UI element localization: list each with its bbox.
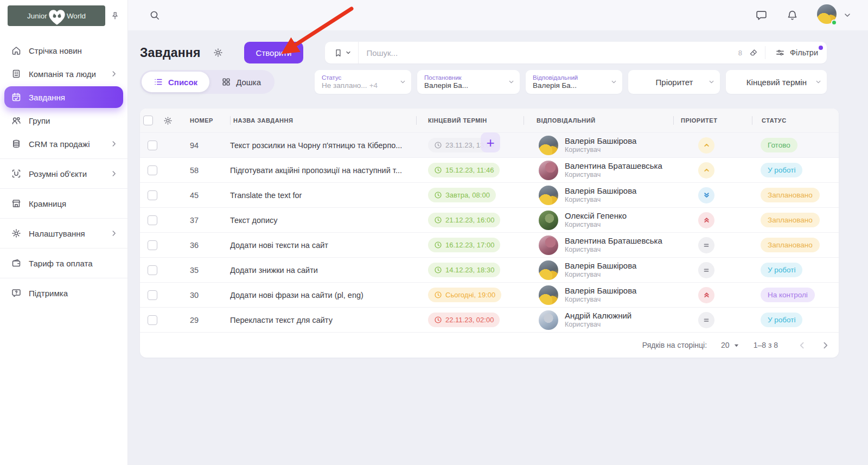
filter-priority[interactable]: Пріоритет [628, 70, 720, 94]
toolbar-row: Список Дошка СтатусНе заплано...+4Постан… [140, 70, 839, 94]
next-page-button[interactable] [821, 341, 830, 350]
deadline-chip[interactable]: 21.12.23, 16:00 [428, 213, 500, 227]
task-title[interactable]: Додати нові фрази на сайти (pl, eng) [230, 291, 416, 300]
row-checkbox[interactable] [148, 290, 157, 300]
brand-logo[interactable]: Junior World [8, 5, 105, 26]
assignee-avatar [539, 285, 558, 305]
sidebar-item-label: Крамниця [29, 199, 66, 208]
user-avatar[interactable] [817, 4, 837, 26]
deadline-chip[interactable]: Завтра, 08:00 [428, 188, 496, 202]
status-badge[interactable]: Готово [761, 138, 797, 152]
row-checkbox[interactable] [148, 240, 157, 250]
sidebar-item-support[interactable]: Підтримка [4, 282, 123, 304]
table-row[interactable]: 37Текст допису21.12.23, 16:00Олексій Геп… [140, 207, 839, 232]
priority-equal-icon[interactable] [698, 312, 714, 328]
column-header-title[interactable]: НАЗВА ЗАВДАННЯ [230, 117, 416, 124]
row-checkbox[interactable] [148, 141, 157, 150]
tab-list[interactable]: Список [142, 72, 209, 92]
sidebar-item-tasks[interactable]: Завдання [4, 86, 123, 108]
row-checkbox[interactable] [148, 265, 157, 275]
chevron-right-icon [110, 70, 118, 78]
deadline-chip[interactable]: 16.12.23, 17:00 [428, 238, 500, 252]
task-title[interactable]: Текст допису [230, 216, 416, 225]
task-title[interactable]: Перекласти текст для сайту [230, 316, 416, 324]
table-row[interactable]: 29Перекласти текст для сайту22.11.23, 02… [140, 307, 839, 332]
priority-double-up-icon[interactable] [698, 212, 714, 228]
status-badge[interactable]: У роботі [761, 313, 802, 327]
sidebar-item-company-people[interactable]: Компанія та люди [4, 63, 123, 85]
priority-up-icon[interactable] [698, 137, 714, 154]
deadline-chip[interactable]: 22.11.23, 02:00 [428, 313, 500, 327]
pin-icon[interactable] [110, 11, 120, 21]
deadline-text: 16.12.23, 17:00 [445, 241, 494, 249]
priority-equal-icon[interactable] [698, 237, 714, 253]
column-header-status[interactable]: СТАТУС [752, 117, 839, 124]
priority-double-up-icon[interactable] [698, 287, 714, 303]
task-title[interactable]: Додати знижки на сайти [230, 266, 416, 275]
task-title[interactable]: Translate the text for [230, 191, 416, 200]
column-header-number[interactable]: НОМЕР [187, 117, 230, 124]
deadline-chip[interactable]: Сьогодні, 19:00 [428, 288, 501, 302]
sidebar-item-settings[interactable]: Налаштування [4, 222, 123, 244]
sidebar-item-crm-sales[interactable]: CRM та продажі [4, 133, 123, 155]
priority-double-down-icon[interactable] [698, 187, 714, 203]
deadline-chip[interactable]: 15.12.23, 11:46 [428, 163, 500, 177]
sidebar-item-news-feed[interactable]: Стрічка новин [4, 40, 123, 61]
task-title[interactable]: Додати нові тексти на сайт [230, 241, 416, 250]
column-header-deadline[interactable]: КІНЦЕВИЙ ТЕРМІН [416, 117, 524, 124]
column-header-priority[interactable]: ПРІОРИТЕТ [673, 117, 752, 124]
sidebar-item-label: Розумні об'єкти [29, 169, 87, 179]
row-checkbox[interactable] [148, 165, 157, 175]
sidebar-item-shop[interactable]: Крамниця [4, 193, 123, 214]
table-row[interactable]: 35Додати знижки на сайти14.12.23, 18:30В… [140, 257, 839, 282]
status-badge[interactable]: Заплановано [761, 213, 820, 227]
table-row[interactable]: 30Додати нові фрази на сайти (pl, eng)Сь… [140, 282, 839, 307]
table-row[interactable]: 36Додати нові тексти на сайт16.12.23, 17… [140, 232, 839, 257]
sidebar-item-billing[interactable]: Тариф та оплата [4, 252, 123, 274]
task-title[interactable]: Підготувати акційні пропозиції на наступ… [230, 166, 416, 175]
status-badge[interactable]: У роботі [761, 263, 802, 277]
deadline-chip[interactable]: 14.12.23, 18:30 [428, 263, 500, 277]
filter-status[interactable]: СтатусНе заплано...+4 [315, 70, 411, 94]
status-badge[interactable]: У роботі [761, 163, 802, 177]
quick-add-button[interactable]: + [481, 132, 500, 152]
gear-icon[interactable] [213, 47, 224, 58]
saved-search-dropdown[interactable] [325, 42, 359, 63]
priority-up-icon[interactable] [698, 162, 714, 179]
sidebar-item-smart-objects[interactable]: Розумні об'єкти [4, 163, 123, 184]
column-header-responsible[interactable]: ВІДПОВІДАЛЬНИЙ [524, 117, 673, 124]
filter-deadline[interactable]: Кінцевий термін [726, 70, 827, 94]
table-settings-gear-icon[interactable] [163, 116, 173, 126]
search-icon[interactable] [149, 9, 161, 21]
help-chat-icon [11, 288, 22, 298]
task-title[interactable]: Текст розсилки на Чорну п'ятницю та Кібе… [230, 141, 416, 150]
status-badge[interactable]: Заплановано [761, 188, 820, 202]
select-all-checkbox[interactable] [143, 116, 153, 125]
row-checkbox[interactable] [148, 190, 157, 200]
row-checkbox[interactable] [148, 315, 157, 325]
status-badge[interactable]: Заплановано [761, 238, 820, 252]
table-row[interactable]: 58Підготувати акційні пропозиції на наст… [140, 157, 839, 182]
bell-icon[interactable] [786, 9, 799, 22]
status-badge[interactable]: На контролі [761, 288, 815, 302]
online-status-dot [831, 20, 837, 26]
pagination: Рядків на сторінці: 20 1–8 з 8 [140, 332, 839, 358]
rows-per-page-select[interactable]: 20 [721, 341, 739, 349]
prev-page-button[interactable] [797, 341, 807, 350]
tab-board[interactable]: Дошка [209, 72, 273, 92]
create-button[interactable]: Створити [244, 42, 304, 63]
gear-icon [11, 228, 22, 239]
task-number: 29 [187, 316, 230, 324]
priority-equal-icon[interactable] [698, 262, 714, 278]
table-row[interactable]: 45Translate the text forЗавтра, 08:00Вал… [140, 182, 839, 207]
sidebar-item-groups[interactable]: Групи [4, 110, 123, 131]
eraser-icon[interactable] [749, 48, 758, 58]
chevron-right-icon [110, 170, 118, 177]
chevron-down-icon[interactable] [843, 11, 852, 20]
row-checkbox[interactable] [148, 215, 157, 225]
search-input[interactable] [359, 48, 738, 58]
filter-author[interactable]: ПостановникВалерія Ба... [417, 70, 520, 94]
chat-icon[interactable] [755, 9, 768, 22]
filters-button[interactable]: Фільтри [772, 42, 827, 63]
filter-responsible[interactable]: ВідповідальнийВалерія Ба... [526, 70, 622, 94]
